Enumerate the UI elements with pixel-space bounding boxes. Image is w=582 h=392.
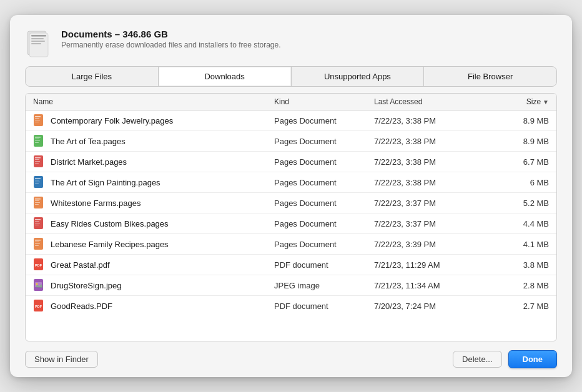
tab-unsupported-apps[interactable]: Unsupported Apps: [292, 67, 425, 86]
cell-kind: JPEG image: [274, 281, 374, 290]
tab-downloads[interactable]: Downloads: [159, 67, 292, 86]
done-button[interactable]: Done: [508, 350, 558, 368]
header-title: Documents – 346.86 GB: [61, 29, 281, 39]
cell-kind: Pages Document: [274, 240, 374, 249]
cell-name: The Art of Tea.pages: [33, 134, 274, 148]
cell-accessed: 7/20/23, 7:24 PM: [374, 301, 486, 311]
cell-kind: Pages Document: [274, 157, 374, 167]
svg-rect-12: [35, 137, 41, 138]
cell-accessed: 7/22/23, 3:38 PM: [374, 178, 486, 187]
svg-rect-4: [31, 41, 45, 42]
cell-size: 4.4 MB: [486, 219, 549, 228]
sort-arrow-icon: ▼: [543, 99, 549, 105]
tab-large-files[interactable]: Large Files: [26, 67, 159, 86]
svg-rect-40: [35, 245, 39, 246]
cell-accessed: 7/21/23, 11:34 AM: [374, 281, 486, 290]
svg-rect-28: [35, 200, 39, 201]
svg-rect-32: [35, 219, 41, 220]
svg-rect-33: [35, 221, 39, 222]
cell-name: Lebanese Family Recipes.pages: [33, 237, 274, 251]
table-body: Contemporary Folk Jewelry.pages Pages Do…: [26, 110, 556, 341]
cell-name: Contemporary Folk Jewelry.pages: [33, 114, 274, 127]
cell-size: 3.8 MB: [486, 260, 549, 270]
file-icon: [33, 196, 46, 210]
file-icon: [33, 217, 46, 230]
footer: Show in Finder Delete... Done: [10, 341, 572, 377]
cell-size: 2.7 MB: [486, 301, 549, 311]
file-icon: [33, 278, 46, 292]
cell-name: District Market.pages: [33, 155, 274, 169]
footer-left: Show in Finder: [25, 351, 98, 368]
cell-size: 5.2 MB: [486, 198, 549, 208]
cell-name: PDF GoodReads.PDF: [33, 299, 274, 313]
svg-text:PDF: PDF: [35, 263, 42, 267]
col-accessed: Last Accessed: [374, 97, 486, 106]
cell-kind: PDF document: [274, 260, 374, 270]
table-row[interactable]: DrugStoreSign.jpeg JPEG image 7/21/23, 1…: [26, 275, 556, 296]
cell-size: 8.9 MB: [486, 137, 549, 146]
tab-file-browser[interactable]: File Browser: [424, 67, 556, 86]
svg-rect-34: [35, 223, 40, 223]
show-in-finder-button[interactable]: Show in Finder: [25, 351, 98, 368]
svg-rect-22: [35, 178, 41, 179]
cell-size: 6.7 MB: [486, 157, 549, 167]
table-row[interactable]: The Art of Sign Painting.pages Pages Doc…: [26, 172, 556, 193]
cell-size: 8.9 MB: [486, 116, 549, 125]
svg-rect-15: [35, 142, 39, 143]
svg-rect-35: [35, 225, 39, 225]
delete-button[interactable]: Delete...: [453, 351, 501, 368]
svg-rect-10: [35, 122, 39, 122]
table-row[interactable]: Easy Rides Custom Bikes.pages Pages Docu…: [26, 213, 556, 234]
table-row[interactable]: Lebanese Family Recipes.pages Pages Docu…: [26, 234, 556, 255]
file-icon: [33, 175, 46, 189]
svg-rect-19: [35, 161, 40, 162]
cell-name: Whitestone Farms.pages: [33, 196, 274, 210]
svg-rect-14: [35, 140, 40, 141]
cell-name: PDF Great Pasta!.pdf: [33, 258, 274, 272]
cell-accessed: 7/22/23, 3:38 PM: [374, 137, 486, 146]
svg-point-45: [36, 283, 38, 285]
svg-rect-24: [35, 182, 40, 182]
svg-rect-8: [35, 118, 39, 119]
svg-text:PDF: PDF: [35, 305, 42, 308]
svg-rect-18: [35, 159, 39, 160]
svg-rect-20: [35, 163, 39, 164]
cell-kind: Pages Document: [274, 137, 374, 146]
file-icon: [33, 134, 46, 148]
main-window: Documents – 346.86 GB Permanently erase …: [10, 15, 572, 377]
table-row[interactable]: Contemporary Folk Jewelry.pages Pages Do…: [26, 110, 556, 131]
table-row[interactable]: Whitestone Farms.pages Pages Document 7/…: [26, 193, 556, 213]
col-size[interactable]: Size ▼: [486, 97, 549, 106]
documents-icon: [25, 30, 52, 57]
svg-rect-30: [35, 204, 39, 205]
cell-size: 4.1 MB: [486, 240, 549, 249]
svg-rect-37: [35, 240, 41, 241]
cell-name: Easy Rides Custom Bikes.pages: [33, 217, 274, 230]
cell-accessed: 7/21/23, 11:29 AM: [374, 260, 486, 270]
svg-rect-13: [35, 139, 39, 139]
table-row[interactable]: District Market.pages Pages Document 7/2…: [26, 152, 556, 172]
svg-rect-9: [35, 120, 40, 120]
cell-kind: Pages Document: [274, 198, 374, 208]
tab-bar: Large Files Downloads Unsupported Apps F…: [25, 66, 557, 87]
header: Documents – 346.86 GB Permanently erase …: [10, 15, 572, 66]
cell-kind: Pages Document: [274, 219, 374, 228]
file-icon: PDF: [33, 299, 46, 313]
file-icon: [33, 237, 46, 251]
cell-kind: Pages Document: [274, 116, 374, 125]
svg-rect-7: [35, 116, 41, 117]
table-row[interactable]: The Art of Tea.pages Pages Document 7/22…: [26, 131, 556, 152]
cell-kind: Pages Document: [274, 178, 374, 187]
table-header: Name Kind Last Accessed Size ▼: [26, 94, 556, 110]
file-icon: PDF: [33, 258, 46, 272]
file-icon: [33, 114, 46, 127]
svg-rect-27: [35, 198, 41, 200]
svg-rect-29: [35, 202, 40, 203]
table-row[interactable]: PDF GoodReads.PDF PDF document 7/20/23, …: [26, 296, 556, 316]
cell-accessed: 7/22/23, 3:37 PM: [374, 219, 486, 228]
svg-rect-3: [31, 38, 44, 39]
header-subtitle: Permanently erase downloaded files and i…: [61, 41, 281, 49]
cell-accessed: 7/22/23, 3:38 PM: [374, 157, 486, 167]
svg-rect-39: [35, 243, 40, 244]
table-row[interactable]: PDF Great Pasta!.pdf PDF document 7/21/2…: [26, 255, 556, 275]
